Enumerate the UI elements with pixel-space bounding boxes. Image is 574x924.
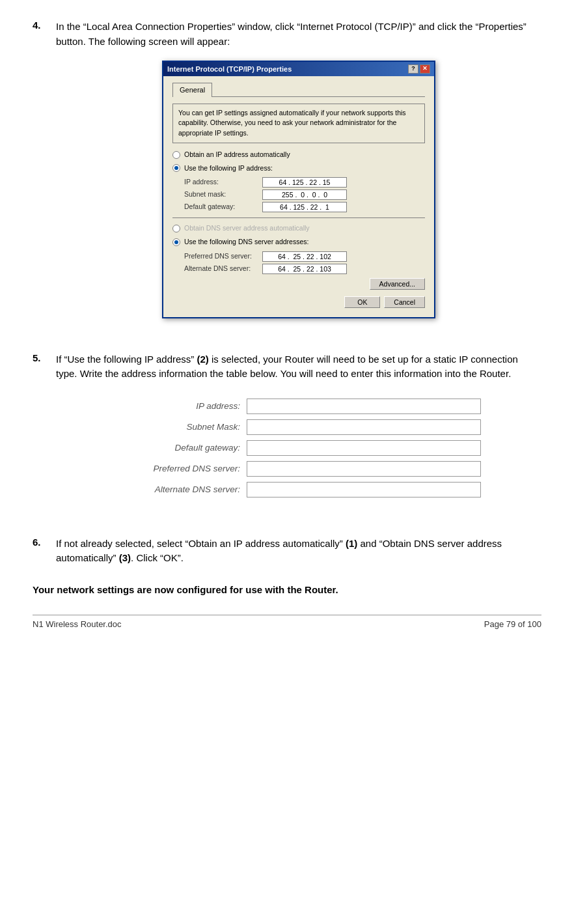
dialog-wrapper: Internet Protocol (TCP/IP) Properties ? …: [56, 61, 541, 318]
dns-following-label: Use the following DNS server addresses:: [184, 237, 308, 247]
footer-right: Page 79 of 100: [484, 619, 541, 629]
advanced-row: Advanced...: [172, 278, 425, 290]
step-5: 5. If “Use the following IP address” (2)…: [33, 352, 541, 518]
step-6-bold2: (3): [119, 552, 131, 563]
subnet-mask-write-box: [247, 419, 481, 435]
step-6-text-after: . Click “OK”.: [131, 552, 184, 563]
preferred-dns-field[interactable]: [262, 251, 347, 262]
ip-address-write-box: [247, 399, 481, 414]
dns-fields-group: Preferred DNS server: Alternate DNS serv…: [184, 251, 425, 274]
dns-following-radio-row: Use the following DNS server addresses:: [172, 237, 425, 247]
step-4-number: 4.: [33, 20, 52, 334]
dialog-titlebar: Internet Protocol (TCP/IP) Properties ? …: [163, 62, 434, 76]
info-box: You can get IP settings assigned automat…: [172, 104, 425, 143]
help-button[interactable]: ?: [408, 64, 418, 74]
ok-button[interactable]: OK: [344, 296, 380, 308]
use-following-ip-label: Use the following IP address:: [184, 163, 273, 174]
use-following-ip-radio[interactable]: [172, 164, 180, 172]
close-button[interactable]: ✕: [420, 64, 430, 74]
step-4-content: In the “Local Area Connection Properties…: [56, 20, 541, 334]
preferred-dns-row-label: Preferred DNS server:: [116, 462, 247, 475]
ip-fields-group: IP address: Subnet mask: Default gateway…: [184, 177, 425, 212]
gateway-field-label: Default gateway:: [184, 202, 262, 212]
step-5-number: 5.: [33, 352, 52, 518]
advanced-button[interactable]: Advanced...: [370, 278, 425, 290]
gateway-row: Default gateway:: [184, 202, 425, 212]
obtain-auto-radio-row: Obtain an IP address automatically: [172, 150, 425, 160]
tcp-ip-dialog: Internet Protocol (TCP/IP) Properties ? …: [162, 61, 435, 318]
alternate-dns-write-box: [247, 482, 481, 497]
default-gateway-row-input: Default gateway:: [116, 440, 481, 456]
titlebar-buttons: ? ✕: [408, 64, 430, 74]
alternate-dns-row-input: Alternate DNS server:: [116, 482, 481, 497]
default-gateway-write-box: [247, 440, 481, 456]
step-4-text: In the “Local Area Connection Properties…: [56, 21, 526, 47]
alternate-dns-field[interactable]: [262, 264, 347, 274]
footer-left: N1 Wireless Router.doc: [33, 619, 122, 629]
dns-auto-radio-row: Obtain DNS server address automatically: [172, 223, 425, 234]
dialog-title: Internet Protocol (TCP/IP) Properties: [167, 64, 292, 75]
general-tab[interactable]: General: [172, 83, 212, 97]
subnet-field-label: Subnet mask:: [184, 189, 262, 200]
step-6-number: 6.: [33, 537, 52, 566]
step-6-bold1: (1): [346, 538, 357, 549]
obtain-auto-label: Obtain an IP address automatically: [184, 150, 290, 160]
ip-address-row-label: IP address:: [116, 400, 247, 413]
step-6-content: If not already selected, select “Obtain …: [56, 537, 541, 566]
step-5-text-before: If “Use the following IP address”: [56, 354, 197, 365]
ip-input-table: IP address: Subnet Mask: Default gateway…: [116, 393, 481, 503]
divider-1: [172, 217, 425, 218]
preferred-dns-row-input: Preferred DNS server:: [116, 461, 481, 477]
dns-following-radio[interactable]: [172, 238, 180, 246]
default-gateway-row-label: Default gateway:: [116, 441, 247, 455]
dialog-footer: OK Cancel: [172, 292, 425, 311]
ip-address-row-input: IP address:: [116, 399, 481, 414]
footer: N1 Wireless Router.doc Page 79 of 100: [33, 615, 541, 629]
subnet-mask-row-input: Subnet Mask:: [116, 419, 481, 435]
cancel-button[interactable]: Cancel: [384, 296, 425, 308]
step-5-content: If “Use the following IP address” (2) is…: [56, 352, 541, 518]
use-following-ip-radio-row: Use the following IP address:: [172, 163, 425, 174]
ip-address-field[interactable]: [262, 177, 347, 188]
preferred-dns-write-box: [247, 461, 481, 477]
preferred-dns-label: Preferred DNS server:: [184, 251, 262, 262]
alternate-dns-row: Alternate DNS server:: [184, 264, 425, 274]
step-5-bold: (2): [197, 354, 209, 365]
tab-bar: General: [172, 83, 425, 97]
dns-auto-label: Obtain DNS server address automatically: [184, 223, 310, 234]
ip-address-field-label: IP address:: [184, 177, 262, 188]
gateway-field[interactable]: [262, 202, 347, 212]
final-note: Your network settings are now configured…: [33, 584, 541, 595]
step-4: 4. In the “Local Area Connection Propert…: [33, 20, 541, 334]
ip-address-row: IP address:: [184, 177, 425, 188]
alternate-dns-label: Alternate DNS server:: [184, 264, 262, 274]
step-6: 6. If not already selected, select “Obta…: [33, 537, 541, 566]
subnet-row: Subnet mask:: [184, 189, 425, 200]
obtain-auto-radio[interactable]: [172, 151, 180, 159]
subnet-mask-row-label: Subnet Mask:: [116, 421, 247, 434]
step-6-text-before: If not already selected, select “Obtain …: [56, 538, 346, 549]
alternate-dns-row-label: Alternate DNS server:: [116, 483, 247, 496]
preferred-dns-row: Preferred DNS server:: [184, 251, 425, 262]
subnet-field[interactable]: [262, 189, 347, 200]
dialog-body: General You can get IP settings assigned…: [163, 76, 434, 317]
dns-auto-radio[interactable]: [172, 225, 180, 232]
